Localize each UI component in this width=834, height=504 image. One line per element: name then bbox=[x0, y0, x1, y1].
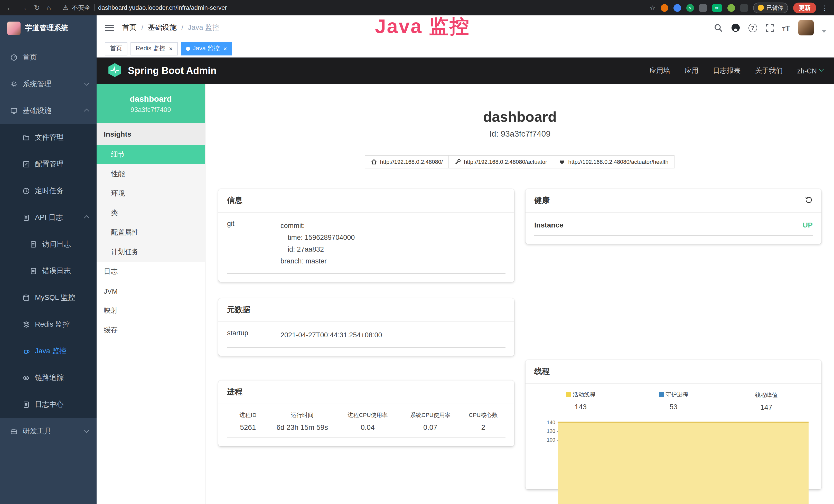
sba-menu-configprops[interactable]: 配置属性 bbox=[96, 223, 205, 243]
sidebar-item-label: 访问日志 bbox=[42, 240, 71, 249]
close-icon[interactable]: × bbox=[169, 45, 173, 52]
url-text[interactable]: dashboard.yudao.iocoder.cn/infra/admin-s… bbox=[98, 4, 227, 11]
ext-puzzle-icon[interactable] bbox=[740, 4, 748, 12]
sba-menu-details[interactable]: 细节 bbox=[96, 145, 205, 164]
browser-reload-icon[interactable]: ↻ bbox=[34, 4, 40, 12]
font-size-icon[interactable]: TT bbox=[782, 23, 790, 32]
col-header: 进程CPU使用率 bbox=[336, 411, 400, 419]
sidebar-item-label: 错误日志 bbox=[42, 267, 71, 276]
actuator-url-button[interactable]: http://192.168.0.2:48080/actuator bbox=[448, 155, 553, 168]
tab-redis[interactable]: Redis 监控 × bbox=[130, 42, 178, 55]
sba-menu-classes[interactable]: 类 bbox=[96, 203, 205, 223]
sidebar-item-redis[interactable]: Redis 监控 bbox=[0, 311, 96, 338]
sba-nav-applications[interactable]: 应用 bbox=[684, 66, 698, 75]
sidebar-item-java[interactable]: Java 监控 bbox=[0, 338, 96, 365]
sba-menu-scheduled[interactable]: 计划任务 bbox=[96, 243, 205, 262]
sba-menu-metrics[interactable]: 性能 bbox=[96, 164, 205, 184]
y-tick: 100 bbox=[534, 437, 557, 446]
sidebar-item-label: 文件管理 bbox=[35, 133, 64, 142]
sidebar-item-trace[interactable]: 链路追踪 bbox=[0, 365, 96, 391]
browser-back-icon[interactable]: ← bbox=[6, 4, 13, 12]
sidebar-item-label: 链路追踪 bbox=[35, 373, 64, 383]
browser-forward-icon[interactable]: → bbox=[20, 4, 27, 12]
tab-java[interactable]: Java 监控 × bbox=[181, 42, 232, 55]
sba-sidebar: dashboard 93a3fc7f7409 Insights 细节 性能 环境… bbox=[96, 84, 205, 504]
sidebar-item-home[interactable]: 首页 bbox=[0, 44, 96, 71]
sba-brand[interactable]: Spring Boot Admin bbox=[128, 65, 217, 76]
col-header: 运行时间 bbox=[269, 411, 336, 419]
search-icon[interactable] bbox=[714, 23, 723, 32]
sidebar-item-apilog[interactable]: API 日志 bbox=[0, 204, 96, 231]
legend-swatch-yellow bbox=[566, 392, 571, 397]
help-icon[interactable]: ? bbox=[748, 23, 757, 32]
instance-id: 93a3fc7f7409 bbox=[130, 106, 171, 113]
browser-actions: ☆ v on 已暂停 更新 ⋮ bbox=[650, 2, 828, 13]
sidebar-item-errorlog[interactable]: 错误日志 bbox=[0, 258, 96, 284]
ext-leaf-icon[interactable] bbox=[727, 4, 735, 12]
sidebar-item-logcenter[interactable]: 日志中心 bbox=[0, 391, 96, 418]
hamburger-icon[interactable] bbox=[105, 25, 114, 31]
sba-nav-about[interactable]: 关于我们 bbox=[755, 66, 783, 75]
ext-v-icon[interactable]: v bbox=[686, 4, 694, 12]
card-title: 进程 bbox=[218, 381, 514, 404]
tab-home[interactable]: 首页 bbox=[105, 42, 127, 55]
sidebar-item-file[interactable]: 文件管理 bbox=[0, 124, 96, 151]
fullscreen-icon[interactable] bbox=[765, 23, 774, 32]
breadcrumb-home[interactable]: 首页 bbox=[122, 23, 137, 32]
process-table: 进程ID5261 运行时间6d 23h 15m 59s 进程CPU使用率0.04… bbox=[227, 411, 505, 438]
browser-home-icon[interactable]: ⌂ bbox=[46, 4, 51, 12]
threads-chart: 140 120 100 bbox=[534, 419, 813, 481]
address-bar[interactable]: ⚠ 不安全 dashboard.yudao.iocoder.cn/infra/a… bbox=[63, 3, 227, 12]
update-button[interactable]: 更新 bbox=[793, 2, 816, 13]
emoji-face-icon bbox=[758, 5, 764, 11]
page-title: dashboard bbox=[205, 109, 834, 125]
sba-menu-logfile[interactable]: 日志 bbox=[96, 262, 205, 281]
sidebar-item-config[interactable]: 配置管理 bbox=[0, 151, 96, 178]
paused-pill[interactable]: 已暂停 bbox=[753, 2, 788, 13]
sidebar-item-devtools[interactable]: 研发工具 bbox=[0, 418, 96, 445]
root-url-button[interactable]: http://192.168.0.2:48080/ bbox=[365, 155, 449, 168]
security-label[interactable]: 不安全 bbox=[72, 3, 90, 12]
paused-label: 已暂停 bbox=[766, 4, 784, 12]
chevron-down-icon bbox=[84, 427, 89, 432]
ext-grid-icon[interactable] bbox=[699, 4, 707, 12]
github-icon[interactable] bbox=[731, 23, 740, 32]
sba-menu-caches[interactable]: 缓存 bbox=[96, 320, 205, 340]
gear-icon bbox=[10, 81, 18, 88]
app-title: 芋道管理系统 bbox=[25, 24, 68, 33]
user-avatar[interactable] bbox=[798, 20, 814, 36]
java-cup-icon bbox=[23, 348, 30, 355]
page-subtitle: Id: 93a3fc7f7409 bbox=[205, 130, 834, 139]
annotation-label: Java 监控 bbox=[375, 13, 470, 40]
health-url-button[interactable]: http://192.168.0.2:48080/actuator/health bbox=[553, 155, 675, 168]
history-icon[interactable] bbox=[805, 196, 813, 205]
sba-menu-env[interactable]: 环境 bbox=[96, 184, 205, 203]
browser-menu-icon[interactable]: ⋮ bbox=[821, 4, 828, 12]
monitor-icon bbox=[10, 107, 18, 115]
sidebar-item-accesslog[interactable]: 访问日志 bbox=[0, 231, 96, 258]
sidebar-item-mysql[interactable]: MySQL 监控 bbox=[0, 284, 96, 311]
instance-header[interactable]: dashboard 93a3fc7f7409 bbox=[96, 84, 205, 123]
col-header: 进程ID bbox=[227, 411, 269, 419]
info-value: commit: time: 1596289704000 id: 27aa832 … bbox=[281, 220, 505, 267]
sidebar-item-job[interactable]: 定时任务 bbox=[0, 178, 96, 204]
instance-links: http://192.168.0.2:48080/ http://192.168… bbox=[205, 155, 834, 168]
timer-icon bbox=[23, 187, 30, 194]
sidebar-item-system[interactable]: 系统管理 bbox=[0, 71, 96, 97]
sba-menu-mappings[interactable]: 映射 bbox=[96, 301, 205, 320]
close-icon[interactable]: × bbox=[223, 45, 227, 52]
edit-icon bbox=[23, 161, 30, 168]
ext-fox-icon[interactable] bbox=[661, 4, 668, 12]
ext-blue-icon[interactable] bbox=[674, 4, 681, 12]
y-axis: 140 120 100 bbox=[534, 419, 557, 481]
breadcrumb-section[interactable]: 基础设施 bbox=[148, 23, 177, 32]
sba-menu-jvm[interactable]: JVM bbox=[96, 281, 205, 301]
app-logo[interactable]: 芋道管理系统 bbox=[0, 16, 96, 41]
language-selector[interactable]: zh-CN bbox=[797, 67, 823, 75]
ext-on-badge[interactable]: on bbox=[712, 4, 722, 12]
sba-nav-journal[interactable]: 日志报表 bbox=[713, 66, 741, 75]
sba-nav-wallboard[interactable]: 应用墙 bbox=[649, 66, 670, 75]
caret-down-icon[interactable] bbox=[822, 30, 826, 32]
bookmark-star-icon[interactable]: ☆ bbox=[650, 4, 656, 12]
sidebar-item-infra[interactable]: 基础设施 bbox=[0, 97, 96, 124]
